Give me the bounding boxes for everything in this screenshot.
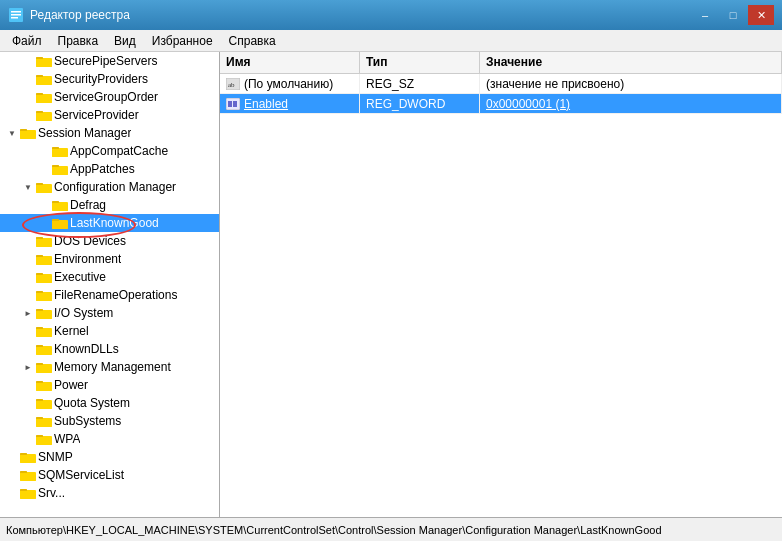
- tree-item-SecurePipeServers[interactable]: SecurePipeServers: [0, 52, 219, 70]
- folder-icon-AppPatches: [52, 162, 68, 176]
- minimize-button[interactable]: –: [692, 5, 718, 25]
- tree-label-ServiceGroupOrder: ServiceGroupOrder: [54, 90, 158, 104]
- folder-icon-Environment: [36, 252, 52, 266]
- svg-rect-78: [20, 491, 36, 499]
- svg-rect-75: [20, 473, 36, 481]
- svg-rect-62: [36, 399, 43, 401]
- svg-rect-53: [36, 345, 43, 347]
- svg-rect-21: [52, 149, 68, 157]
- tree-item-AppPatches[interactable]: AppPatches: [0, 160, 219, 178]
- tree-arrow-ConfigurationManager[interactable]: ▼: [20, 183, 36, 192]
- svg-rect-30: [52, 203, 68, 211]
- tree-item-Defrag[interactable]: Defrag: [0, 196, 219, 214]
- tree-item-SQMServiceList[interactable]: SQMServiceList: [0, 466, 219, 484]
- cell-value-default: (значение не присвоено): [480, 74, 782, 93]
- tree-item-ServiceProvider[interactable]: ServiceProvider: [0, 106, 219, 124]
- tree-item-Srv[interactable]: Srv...: [0, 484, 219, 502]
- tree-panel: SecurePipeServers SecurityProviders Serv…: [0, 52, 220, 517]
- svg-rect-36: [36, 239, 52, 247]
- svg-rect-50: [36, 327, 43, 329]
- table-header: Имя Тип Значение: [220, 52, 782, 74]
- tree-item-LastKnownGood[interactable]: LastKnownGood: [0, 214, 219, 232]
- folder-icon-SQMServiceList: [20, 468, 36, 482]
- tree-item-SNMP[interactable]: SNMP: [0, 448, 219, 466]
- tree-item-QuotaSystem[interactable]: Quota System: [0, 394, 219, 412]
- svg-rect-12: [36, 95, 52, 103]
- menu-item-файл[interactable]: Файл: [4, 32, 50, 50]
- tree-label-SecurePipeServers: SecurePipeServers: [54, 54, 157, 68]
- tree-label-SessionManager: Session Manager: [38, 126, 131, 140]
- table-row-enabled[interactable]: EnabledREG_DWORD0x00000001 (1): [220, 94, 782, 114]
- tree-label-DOSDevices: DOS Devices: [54, 234, 126, 248]
- svg-rect-39: [36, 257, 52, 265]
- folder-icon-WPA: [36, 432, 52, 446]
- svg-rect-68: [36, 435, 43, 437]
- regedit-icon: [8, 7, 24, 23]
- svg-rect-54: [36, 347, 52, 355]
- status-path: Компьютер\HKEY_LOCAL_MACHINE\SYSTEM\Curr…: [6, 524, 662, 536]
- col-type-header: Тип: [360, 52, 480, 73]
- svg-rect-20: [52, 147, 59, 149]
- svg-rect-33: [52, 221, 68, 229]
- folder-icon-ServiceProvider: [36, 108, 52, 122]
- folder-icon-MemoryManagement: [36, 360, 52, 374]
- svg-rect-1: [11, 11, 21, 13]
- folder-icon-QuotaSystem: [36, 396, 52, 410]
- svg-rect-8: [36, 75, 43, 77]
- table-body[interactable]: ab (По умолчанию)REG_SZ(значение не прис…: [220, 74, 782, 517]
- svg-rect-74: [20, 471, 27, 473]
- tree-item-DOSDevices[interactable]: DOS Devices: [0, 232, 219, 250]
- table-row-default[interactable]: ab (По умолчанию)REG_SZ(значение не прис…: [220, 74, 782, 94]
- tree-item-Executive[interactable]: Executive: [0, 268, 219, 286]
- tree-item-FileRenameOperations[interactable]: FileRenameOperations: [0, 286, 219, 304]
- menu-item-справка[interactable]: Справка: [221, 32, 284, 50]
- svg-rect-47: [36, 309, 43, 311]
- tree-item-Power[interactable]: Power: [0, 376, 219, 394]
- tree-item-ServiceGroupOrder[interactable]: ServiceGroupOrder: [0, 88, 219, 106]
- tree-label-SecurityProviders: SecurityProviders: [54, 72, 148, 86]
- tree-label-AppCompatCache: AppCompatCache: [70, 144, 168, 158]
- folder-icon-LastKnownGood: [52, 216, 68, 230]
- tree-label-Executive: Executive: [54, 270, 106, 284]
- tree-item-Environment[interactable]: Environment: [0, 250, 219, 268]
- tree-label-IOSystem: I/O System: [54, 306, 113, 320]
- folder-icon-AppCompatCache: [52, 144, 68, 158]
- svg-rect-66: [36, 419, 52, 427]
- svg-rect-72: [20, 455, 36, 463]
- svg-rect-69: [36, 437, 52, 445]
- tree-arrow-MemoryManagement[interactable]: ►: [20, 363, 36, 372]
- svg-rect-26: [36, 183, 43, 185]
- close-button[interactable]: ✕: [748, 5, 774, 25]
- status-bar: Компьютер\HKEY_LOCAL_MACHINE\SYSTEM\Curr…: [0, 517, 782, 541]
- menu-item-правка[interactable]: Правка: [50, 32, 107, 50]
- menu-item-вид[interactable]: Вид: [106, 32, 144, 50]
- maximize-button[interactable]: □: [720, 5, 746, 25]
- folder-icon-ServiceGroupOrder: [36, 90, 52, 104]
- svg-rect-17: [20, 129, 27, 131]
- tree-scroll[interactable]: SecurePipeServers SecurityProviders Serv…: [0, 52, 219, 517]
- folder-icon-SecurityProviders: [36, 72, 52, 86]
- tree-item-AppCompatCache[interactable]: AppCompatCache: [0, 142, 219, 160]
- right-panel: Имя Тип Значение ab (По умолчанию)REG_SZ…: [220, 52, 782, 517]
- tree-item-SessionManager[interactable]: ▼ Session Manager: [0, 124, 219, 142]
- svg-rect-5: [36, 57, 43, 59]
- svg-rect-18: [20, 131, 36, 139]
- svg-text:ab: ab: [228, 81, 235, 89]
- folder-icon-Defrag: [52, 198, 68, 212]
- dword-icon: [226, 98, 240, 110]
- svg-rect-6: [36, 59, 52, 67]
- tree-label-ServiceProvider: ServiceProvider: [54, 108, 139, 122]
- col-value-header: Значение: [480, 52, 782, 73]
- tree-item-MemoryManagement[interactable]: ► Memory Management: [0, 358, 219, 376]
- tree-item-SecurityProviders[interactable]: SecurityProviders: [0, 70, 219, 88]
- tree-item-WPA[interactable]: WPA: [0, 430, 219, 448]
- tree-item-KnownDLLs[interactable]: KnownDLLs: [0, 340, 219, 358]
- tree-item-ConfigurationManager[interactable]: ▼ Configuration Manager: [0, 178, 219, 196]
- tree-item-Kernel[interactable]: Kernel: [0, 322, 219, 340]
- tree-item-SubSystems[interactable]: SubSystems: [0, 412, 219, 430]
- main-container: SecurePipeServers SecurityProviders Serv…: [0, 52, 782, 517]
- tree-arrow-SessionManager[interactable]: ▼: [4, 129, 20, 138]
- menu-item-избранное[interactable]: Избранное: [144, 32, 221, 50]
- tree-item-IOSystem[interactable]: ► I/O System: [0, 304, 219, 322]
- tree-arrow-IOSystem[interactable]: ►: [20, 309, 36, 318]
